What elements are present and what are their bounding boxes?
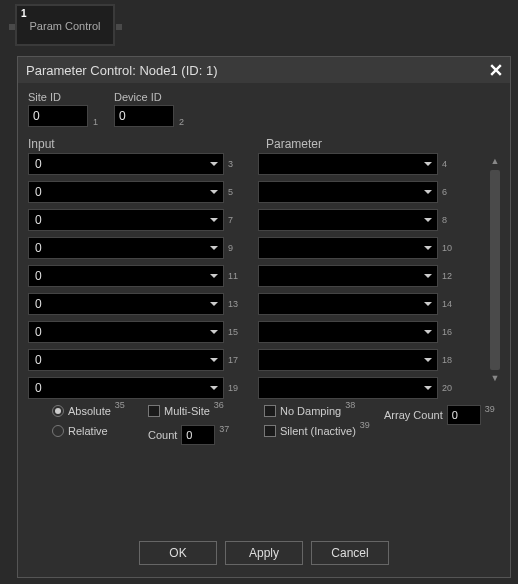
count-input[interactable] [181,425,215,445]
count-sup: 37 [219,424,229,434]
input-column-label: Input [28,137,246,151]
input-sup: 19 [228,383,242,393]
input-value: 0 [35,381,42,395]
multisite-sup: 36 [214,400,224,410]
data-row: 034 [28,153,484,175]
parameter-combo[interactable] [258,209,438,231]
chevron-down-icon [205,154,223,174]
data-row: 078 [28,209,484,231]
chevron-down-icon [205,322,223,342]
input-sup: 9 [228,243,242,253]
input-combo[interactable]: 0 [28,377,224,399]
input-value: 0 [35,325,42,339]
node-number: 1 [21,8,27,19]
absolute-label: Absolute [68,405,111,417]
close-button[interactable] [486,60,506,80]
parameter-sup: 14 [442,299,456,309]
parameter-sup: 6 [442,187,456,197]
parameter-combo[interactable] [258,377,438,399]
input-combo[interactable]: 0 [28,265,224,287]
radio-icon [52,425,64,437]
parameter-sup: 8 [442,215,456,225]
parameter-combo[interactable] [258,181,438,203]
data-row: 0910 [28,237,484,259]
parameter-sup: 18 [442,355,456,365]
arraycount-input[interactable] [447,405,481,425]
chevron-down-icon [419,378,437,398]
parameter-sup: 10 [442,243,456,253]
input-value: 0 [35,157,42,171]
parameter-sup: 16 [442,327,456,337]
ok-button[interactable]: OK [139,541,217,565]
chevron-down-icon [419,266,437,286]
data-row: 01314 [28,293,484,315]
dialog: Parameter Control: Node1 (ID: 1) Site ID… [17,56,511,578]
chevron-down-icon [205,238,223,258]
parameter-combo[interactable] [258,237,438,259]
device-id-input[interactable] [114,105,174,127]
nodamping-checkbox[interactable]: No Damping 38 [264,405,384,417]
scrollbar[interactable]: ▲ ▼ [488,155,502,385]
input-combo[interactable]: 0 [28,349,224,371]
node-block[interactable]: 1 Param Control [15,4,115,46]
silent-checkbox[interactable]: Silent (Inactive) 39 [264,425,384,437]
chevron-down-icon [419,350,437,370]
parameter-combo[interactable] [258,349,438,371]
input-combo[interactable]: 0 [28,293,224,315]
device-id-group: Device ID 2 [114,91,174,127]
parameter-sup: 12 [442,271,456,281]
site-id-group: Site ID 1 [28,91,88,127]
input-combo[interactable]: 0 [28,237,224,259]
count-label: Count [148,429,177,441]
nodamping-sup: 38 [345,400,355,410]
input-combo[interactable]: 0 [28,181,224,203]
absolute-sup: 35 [115,400,125,410]
parameter-combo[interactable] [258,321,438,343]
nodamping-label: No Damping [280,405,341,417]
input-sup: 5 [228,187,242,197]
node-label: Param Control [30,20,101,32]
site-id-input[interactable] [28,105,88,127]
data-row: 01112 [28,265,484,287]
input-combo[interactable]: 0 [28,321,224,343]
input-sup: 7 [228,215,242,225]
chevron-down-icon [205,294,223,314]
parameter-combo[interactable] [258,265,438,287]
parameter-column-label: Parameter [266,137,322,151]
input-sup: 11 [228,271,242,281]
chevron-down-icon [205,378,223,398]
input-sup: 15 [228,327,242,337]
input-sup: 13 [228,299,242,309]
absolute-radio[interactable]: Absolute 35 [52,405,148,417]
input-value: 0 [35,213,42,227]
checkbox-icon [264,405,276,417]
data-row: 056 [28,181,484,203]
device-id-sup: 2 [179,117,184,127]
parameter-combo[interactable] [258,293,438,315]
checkbox-icon [148,405,160,417]
site-id-sup: 1 [93,117,98,127]
relative-radio[interactable]: Relative [52,425,148,437]
input-combo[interactable]: 0 [28,153,224,175]
scroll-up-arrow[interactable]: ▲ [491,157,500,166]
titlebar: Parameter Control: Node1 (ID: 1) [18,57,510,83]
input-sup: 3 [228,159,242,169]
input-value: 0 [35,241,42,255]
node-port-right[interactable] [116,24,122,30]
radio-icon [52,405,64,417]
data-row: 01920 [28,377,484,399]
cancel-button[interactable]: Cancel [311,541,389,565]
input-value: 0 [35,297,42,311]
checkbox-icon [264,425,276,437]
scroll-thumb[interactable] [490,170,500,370]
dialog-title: Parameter Control: Node1 (ID: 1) [26,63,217,78]
input-combo[interactable]: 0 [28,209,224,231]
multisite-checkbox[interactable]: Multi-Site 36 [148,405,264,417]
device-id-label: Device ID [114,91,174,103]
apply-button[interactable]: Apply [225,541,303,565]
parameter-combo[interactable] [258,153,438,175]
silent-label: Silent (Inactive) [280,425,356,437]
scroll-down-arrow[interactable]: ▼ [491,374,500,383]
parameter-sup: 20 [442,383,456,393]
chevron-down-icon [419,210,437,230]
